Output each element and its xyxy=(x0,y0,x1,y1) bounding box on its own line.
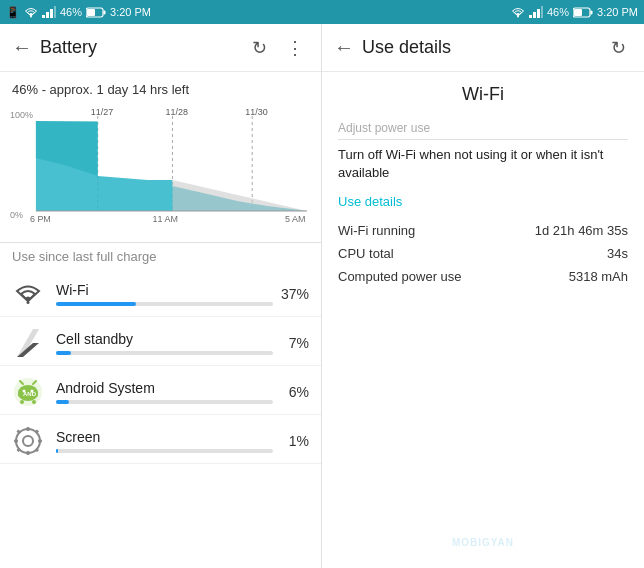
wifi-bar-bg xyxy=(56,302,273,306)
wifi-description: Turn off Wi-Fi when not using it or when… xyxy=(338,146,628,182)
android-usage-details: Android System xyxy=(56,380,273,404)
svg-rect-11 xyxy=(537,9,540,18)
right-panel-title: Use details xyxy=(362,37,604,58)
main-content: ← Battery ↻ ⋮ 46% - approx. 1 day 14 hrs… xyxy=(0,24,644,568)
cell-usage-name: Cell standby xyxy=(56,331,273,347)
status-bar: 📱 46% 3:20 PM xyxy=(0,0,644,24)
android-bar-fill xyxy=(56,400,69,404)
left-back-button[interactable]: ← xyxy=(12,36,32,59)
svg-rect-3 xyxy=(50,9,53,18)
svg-rect-7 xyxy=(87,9,95,16)
svg-text:6 PM: 6 PM xyxy=(30,214,51,224)
svg-rect-6 xyxy=(104,10,106,14)
adjust-power-label: Adjust power use xyxy=(338,121,628,140)
wifi-usage-details: Wi-Fi xyxy=(56,282,273,306)
left-wifi-icon xyxy=(24,6,38,18)
svg-rect-1 xyxy=(42,15,45,18)
svg-text:5 AM: 5 AM xyxy=(285,214,305,224)
wifi-bar-fill xyxy=(56,302,136,306)
left-panel: ← Battery ↻ ⋮ 46% - approx. 1 day 14 hrs… xyxy=(0,24,322,568)
svg-text:0%: 0% xyxy=(10,210,23,220)
usage-list: Wi-Fi 37% Cell standby xyxy=(0,268,321,568)
cell-bar-fill xyxy=(56,351,71,355)
svg-rect-10 xyxy=(533,12,536,18)
status-bar-left: 📱 46% 3:20 PM xyxy=(0,0,322,24)
right-time: 3:20 PM xyxy=(597,6,638,18)
battery-chart-svg: 100% 0% 11/27 11/28 11/30 xyxy=(8,106,313,226)
stat-row-power: Computed power use 5318 mAh xyxy=(338,269,628,284)
left-refresh-button[interactable]: ↻ xyxy=(245,34,273,62)
svg-rect-12 xyxy=(541,6,543,18)
stat-row-cpu: CPU total 34s xyxy=(338,246,628,261)
svg-text:11 AM: 11 AM xyxy=(153,214,178,224)
svg-rect-14 xyxy=(591,10,593,14)
computed-power-value: 5318 mAh xyxy=(569,269,628,284)
cell-bar-bg xyxy=(56,351,273,355)
usage-item-wifi[interactable]: Wi-Fi 37% xyxy=(0,268,321,317)
wifi-usage-icon xyxy=(12,278,44,310)
wifi-detail-title: Wi-Fi xyxy=(338,84,628,105)
right-panel: ← Use details ↻ Wi-Fi Adjust power use T… xyxy=(322,24,644,568)
cell-usage-details: Cell standby xyxy=(56,331,273,355)
watermark: MOBIGYAN xyxy=(452,537,514,548)
svg-point-0 xyxy=(30,16,32,18)
usage-item-android[interactable]: AND Android System 6% xyxy=(0,366,321,415)
android-usage-name: Android System xyxy=(56,380,273,396)
android-bar-bg xyxy=(56,400,273,404)
cell-usage-percent: 7% xyxy=(273,335,309,351)
wifi-usage-percent: 37% xyxy=(273,286,309,302)
use-details-link[interactable]: Use details xyxy=(338,194,628,209)
svg-rect-9 xyxy=(529,15,532,18)
svg-rect-43 xyxy=(32,400,36,404)
svg-text:11/30: 11/30 xyxy=(245,107,267,117)
svg-rect-47 xyxy=(27,427,30,431)
left-notification-icon: 📱 xyxy=(6,6,20,19)
wifi-usage-name: Wi-Fi xyxy=(56,282,273,298)
left-panel-title: Battery xyxy=(40,37,245,58)
svg-rect-2 xyxy=(46,12,49,18)
battery-chart: 100% 0% 11/27 11/28 11/30 xyxy=(0,102,321,242)
svg-point-8 xyxy=(517,16,519,18)
right-battery-percent: 46% xyxy=(547,6,569,18)
screen-bar-bg xyxy=(56,449,273,453)
android-usage-icon: AND xyxy=(12,376,44,408)
wifi-running-label: Wi-Fi running xyxy=(338,223,415,238)
usage-item-screen[interactable]: Screen 1% xyxy=(0,415,321,464)
left-more-button[interactable]: ⋮ xyxy=(281,34,309,62)
svg-text:AND: AND xyxy=(23,391,37,397)
screen-usage-icon xyxy=(12,425,44,457)
screen-usage-details: Screen xyxy=(56,429,273,453)
wifi-running-value: 1d 21h 46m 35s xyxy=(535,223,628,238)
svg-point-46 xyxy=(23,436,33,446)
svg-rect-48 xyxy=(27,451,30,455)
cpu-total-label: CPU total xyxy=(338,246,394,261)
svg-point-32 xyxy=(27,301,30,304)
right-signal-icon xyxy=(529,6,543,18)
right-battery-icon xyxy=(573,7,593,18)
left-toolbar-icons: ↻ ⋮ xyxy=(245,34,309,62)
svg-text:100%: 100% xyxy=(10,110,33,120)
usage-item-cell[interactable]: Cell standby 7% xyxy=(0,317,321,366)
right-back-button[interactable]: ← xyxy=(334,36,354,59)
right-refresh-button[interactable]: ↻ xyxy=(604,34,632,62)
right-toolbar: ← Use details ↻ xyxy=(322,24,644,72)
right-content: Wi-Fi Adjust power use Turn off Wi-Fi wh… xyxy=(322,72,644,332)
use-since-label: Use since last full charge xyxy=(0,242,321,268)
svg-rect-50 xyxy=(38,440,42,443)
battery-summary-text: 46% - approx. 1 day 14 hrs left xyxy=(12,82,189,97)
svg-rect-4 xyxy=(54,6,56,18)
screen-usage-percent: 1% xyxy=(273,433,309,449)
computed-power-label: Computed power use xyxy=(338,269,462,284)
status-bar-right: 46% 3:20 PM xyxy=(322,0,644,24)
cpu-total-value: 34s xyxy=(607,246,628,261)
right-wifi-icon xyxy=(511,6,525,18)
screen-bar-fill xyxy=(56,449,58,453)
cell-usage-icon xyxy=(12,327,44,359)
svg-text:11/27: 11/27 xyxy=(91,107,113,117)
left-signal-icon xyxy=(42,6,56,18)
left-toolbar: ← Battery ↻ ⋮ xyxy=(0,24,321,72)
svg-rect-49 xyxy=(14,440,18,443)
stat-row-wifi-running: Wi-Fi running 1d 21h 46m 35s xyxy=(338,223,628,238)
screen-usage-name: Screen xyxy=(56,429,273,445)
left-battery-icon xyxy=(86,7,106,18)
